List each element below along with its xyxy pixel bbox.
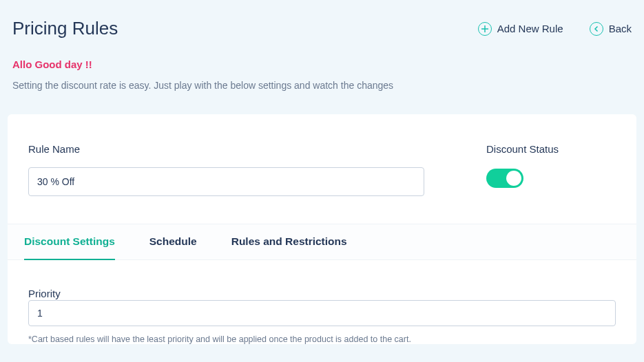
tab-schedule[interactable]: Schedule (149, 224, 197, 260)
add-new-rule-button[interactable]: Add New Rule (478, 22, 563, 36)
back-label: Back (609, 23, 632, 34)
chevron-left-icon (590, 22, 603, 36)
subtext: Setting the discount rate is easy. Just … (0, 70, 644, 91)
toggle-knob (506, 171, 521, 186)
tab-discount-settings[interactable]: Discount Settings (24, 224, 115, 260)
add-new-rule-label: Add New Rule (497, 23, 563, 34)
priority-hint: *Cart based rules will have the least pr… (28, 334, 616, 344)
discount-status-toggle[interactable] (486, 169, 523, 188)
page-title: Pricing Rules (12, 18, 118, 39)
priority-label: Priority (28, 288, 61, 299)
rule-name-input[interactable] (28, 167, 424, 196)
tab-rules-restrictions[interactable]: Rules and Restrictions (231, 224, 347, 260)
rule-card: Rule Name Discount Status Discount Setti… (8, 114, 636, 344)
tabs: Discount Settings Schedule Rules and Res… (8, 224, 636, 260)
priority-input[interactable] (28, 300, 616, 326)
discount-status-label: Discount Status (486, 143, 559, 155)
header-actions: Add New Rule Back (478, 22, 632, 36)
back-button[interactable]: Back (590, 22, 632, 36)
plus-icon (478, 22, 492, 36)
rule-name-label: Rule Name (28, 143, 424, 155)
greeting-text: Allo Good day !! (0, 39, 644, 70)
